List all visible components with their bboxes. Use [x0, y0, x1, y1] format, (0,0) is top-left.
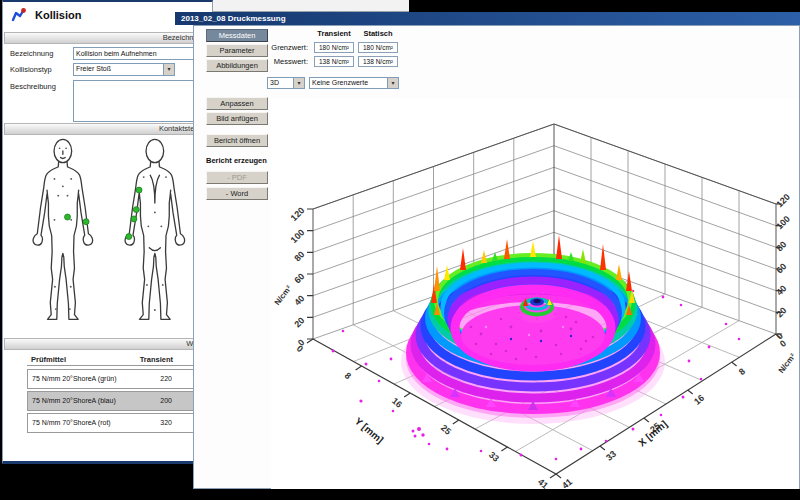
svg-text:60: 60: [292, 271, 306, 285]
bericht-erzeugen-label: Bericht erzeugen: [206, 156, 272, 165]
svg-text:41: 41: [560, 477, 574, 489]
anpassen-button[interactable]: Anpassen: [206, 97, 268, 110]
grenzwert-transient-value: 180 N/cm²: [314, 42, 354, 53]
messwert-statisch-value: 138 N/cm²: [358, 56, 398, 67]
transient-cell: 220: [160, 375, 172, 382]
svg-text:8: 8: [343, 370, 353, 381]
section-header-werte: Werte: [4, 338, 211, 350]
svg-text:0: 0: [774, 331, 785, 342]
column-header-pruefmittel: Prüfmittel: [31, 355, 66, 364]
body-diagrams: [5, 136, 210, 336]
svg-text:40: 40: [292, 293, 306, 307]
section-header-bezeichnung: Bezeichnung: [4, 32, 211, 44]
table-row[interactable]: 75 N/mm 70°ShoreA (rot) 320: [27, 413, 195, 433]
kollisionstyp-select[interactable]: Freier Stoß ▾: [73, 63, 175, 76]
body-front-figure: [33, 139, 93, 319]
z-axis-ticks-right: 0 20 40 60 80 100 120: [774, 192, 792, 342]
window-title: Kollision: [35, 9, 81, 21]
body-back-figure: [125, 139, 185, 319]
background-window-sliver: [213, 0, 409, 12]
svg-text:33: 33: [487, 450, 501, 464]
bezeichnung-label: Bezeichnung: [10, 49, 53, 58]
kollisionstyp-value: Freier Stoß: [76, 65, 111, 72]
svg-text:80: 80: [292, 249, 306, 263]
desktop: Kollision Bezeichnung Bezeichnung Kollis…: [0, 0, 800, 500]
grenzwert-statisch-value: 180 N/cm²: [358, 42, 398, 53]
grenzwert-label: Grenzwert:: [262, 43, 308, 52]
z-axis-label-right: N/cm²: [777, 352, 798, 375]
svg-text:8: 8: [737, 366, 747, 377]
bericht-oeffnen-button[interactable]: Bericht öffnen: [206, 134, 268, 147]
y-axis-label: Y [mm]: [353, 415, 386, 445]
svg-text:20: 20: [292, 315, 306, 329]
beschreibung-textarea[interactable]: [73, 80, 197, 122]
chevron-down-icon[interactable]: ▾: [293, 78, 304, 88]
column-header-transient: Transient: [312, 29, 356, 38]
pruefmittel-cell: 75 N/mm 70°ShoreA (rot): [32, 419, 111, 426]
messwert-label: Messwert:: [262, 57, 308, 66]
kollisionstyp-label: Kollisionstyp: [10, 65, 52, 74]
beschreibung-label: Beschreibung: [10, 82, 56, 91]
svg-text:16: 16: [692, 393, 706, 407]
svg-text:33: 33: [604, 449, 618, 463]
pdf-button[interactable]: - PDF: [206, 171, 268, 184]
z-axis-ticks-left: 0 20 40 60 80 100 120: [289, 205, 307, 348]
messwert-transient-value: 138 N/cm²: [314, 56, 354, 67]
svg-text:120: 120: [774, 192, 792, 210]
transient-cell: 200: [160, 397, 172, 404]
pressure-ring-surface: [401, 235, 665, 424]
svg-text:16: 16: [390, 396, 404, 410]
chevron-down-icon[interactable]: ▾: [163, 64, 174, 75]
measurement-point[interactable]: [133, 207, 139, 213]
column-header-transient: Transient: [118, 355, 173, 364]
bezeichnung-input[interactable]: Kollision beim Aufnehmen: [73, 47, 197, 60]
view-mode-value: 3D: [270, 79, 279, 86]
table-row-selected[interactable]: 75 N/mm 20°ShoreA (blau) 200: [27, 391, 195, 411]
column-header-statisch: Statisch: [356, 29, 400, 38]
bild-anfuegen-button[interactable]: Bild anfügen: [206, 112, 268, 125]
measurement-point[interactable]: [83, 219, 89, 225]
kollision-window: Kollision Bezeichnung Bezeichnung Kollis…: [2, 0, 213, 464]
measurement-point[interactable]: [126, 234, 132, 240]
nav-abbildungen-button[interactable]: Abbildungen: [206, 59, 268, 72]
svg-text:41: 41: [536, 477, 550, 489]
chevron-down-icon[interactable]: ▾: [387, 78, 398, 88]
nav-messdaten-button[interactable]: Messdaten: [206, 29, 268, 42]
druckmessung-window: Messdaten Parameter Abbildungen Anpassen…: [193, 25, 800, 489]
svg-text:120: 120: [289, 205, 307, 223]
app-icon: [11, 7, 27, 23]
svg-text:100: 100: [289, 227, 307, 245]
table-header-divider: [27, 365, 195, 366]
svg-text:25: 25: [439, 423, 453, 437]
measurement-point[interactable]: [65, 214, 71, 220]
druckmessung-titlebar[interactable]: 2013_02_08 Druckmessung: [175, 12, 800, 25]
svg-text:100: 100: [774, 214, 792, 232]
limit-mode-select[interactable]: Keine Grenzwerte ▾: [309, 77, 399, 89]
nav-parameter-button[interactable]: Parameter: [206, 44, 268, 57]
measurement-point[interactable]: [131, 216, 137, 222]
measurement-point[interactable]: [136, 187, 142, 193]
pressure-3d-plot: 0 8 16 25 33 41 41 33 25 16 8 0 0 20 40 …: [271, 99, 799, 489]
transient-cell: 320: [160, 419, 172, 426]
limit-mode-value: Keine Grenzwerte: [312, 79, 368, 86]
table-row[interactable]: 75 N/mm 20°ShoreA (grün) 220: [27, 369, 195, 389]
pruefmittel-cell: 75 N/mm 20°ShoreA (grün): [32, 375, 117, 382]
section-header-kontaktstellen: Kontaktstellen: [4, 123, 211, 135]
z-axis-label-left: N/cm²: [273, 284, 294, 307]
view-mode-select[interactable]: 3D ▾: [267, 77, 305, 89]
word-button[interactable]: - Word: [206, 187, 268, 200]
pruefmittel-cell: 75 N/mm 20°ShoreA (blau): [32, 397, 116, 404]
